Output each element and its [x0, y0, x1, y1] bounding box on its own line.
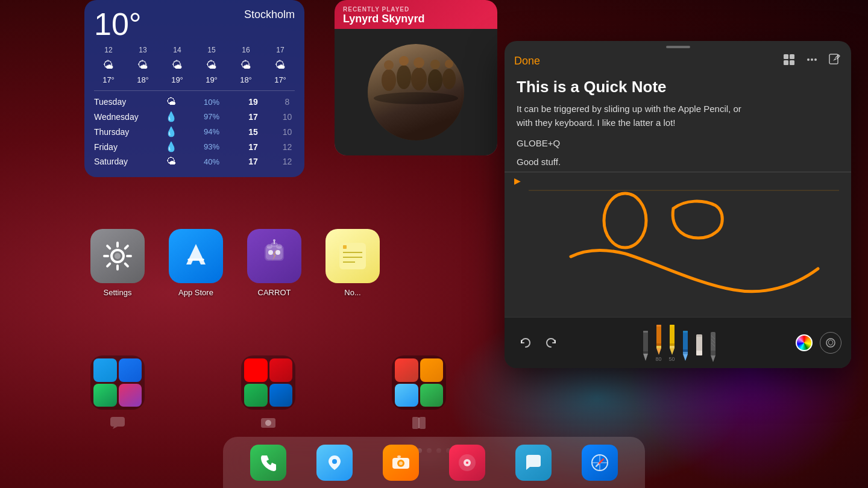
weather-icons-row: 🌤 🌤 🌤 🌤 🌤 🌤	[94, 59, 295, 72]
svg-point-4	[411, 67, 427, 90]
svg-rect-48	[790, 60, 794, 65]
appstore-icon-bg	[169, 229, 223, 283]
app-notes-label: No...	[344, 288, 360, 297]
quick-note-handle	[505, 41, 851, 53]
svg-rect-75	[696, 351, 702, 355]
svg-rect-55	[643, 331, 648, 354]
dock-safari[interactable]	[582, 445, 618, 481]
redo-button[interactable]	[541, 332, 562, 354]
carrot-robot-icon	[256, 238, 292, 274]
annotation-tool-button[interactable]	[820, 332, 841, 354]
app-settings-label: Settings	[104, 288, 132, 297]
music-album-art	[335, 29, 497, 155]
lasso-icon	[825, 337, 837, 349]
svg-point-17	[275, 250, 280, 255]
svg-rect-52	[829, 54, 838, 64]
dock-camera[interactable]	[383, 445, 419, 481]
eraser-tool[interactable]	[694, 330, 704, 362]
pencil-toolbar-right	[796, 332, 841, 354]
more-options-button[interactable]	[805, 53, 819, 69]
forecast-row-saturday: Saturday 🌤 40% 17 12	[94, 154, 295, 169]
app-notes[interactable]: No...	[326, 229, 380, 297]
svg-point-50	[811, 58, 813, 61]
svg-point-10	[374, 92, 458, 104]
eraser-icon	[694, 330, 704, 361]
texture-tool[interactable]	[709, 331, 717, 362]
folder-mini-3	[93, 384, 117, 407]
forecast-lo-fri: 12	[280, 142, 295, 152]
quick-note-drawing[interactable]: ▶	[505, 172, 851, 317]
svg-point-9	[445, 60, 453, 68]
weather-header: 10° Stockholm	[94, 8, 295, 40]
weather-temp-5: 18°	[231, 75, 260, 84]
dock-music[interactable]	[449, 445, 485, 481]
folder-social-label	[109, 413, 126, 433]
weather-temp-3: 19°	[163, 75, 192, 84]
forecast-hi-fri: 17	[246, 142, 261, 152]
folder-mini-r4	[420, 384, 444, 407]
done-button[interactable]: Done	[514, 55, 540, 67]
pen-tool-icon	[641, 330, 650, 361]
pencil-2-label: 80	[655, 356, 661, 362]
svg-point-7	[430, 60, 440, 69]
forecast-row-wednesday: Wednesday 💧 97% 17 10	[94, 109, 295, 124]
folder-social[interactable]	[90, 355, 145, 433]
pencil-tool-1[interactable]	[641, 330, 650, 362]
forecast-icon-wed: 💧	[165, 111, 178, 122]
svg-rect-64	[670, 325, 675, 346]
color-picker-button[interactable]	[796, 334, 813, 351]
folder-entertainment[interactable]	[241, 355, 295, 433]
pencil-tool-4[interactable]	[681, 330, 690, 362]
svg-rect-59	[656, 325, 661, 346]
forecast-day-tue: Tuesday	[94, 97, 145, 107]
weather-icon-1: 🌤	[94, 59, 123, 72]
forecast-hi-tue: 19	[246, 97, 261, 107]
svg-point-34	[332, 459, 337, 464]
grid-view-button[interactable]	[782, 53, 796, 69]
forecast-row-friday: Friday 💧 93% 17 12	[94, 139, 295, 154]
svg-point-2	[397, 65, 411, 89]
pencil-tool-2[interactable]: 80	[655, 324, 663, 362]
music-widget[interactable]: RECENTLY PLAYED Lynyrd Skynyrd	[335, 0, 497, 155]
forecast-pct-tue: 10%	[197, 98, 227, 107]
folder-reading[interactable]	[392, 355, 446, 433]
app-carrot[interactable]: CARROT	[247, 229, 301, 297]
svg-point-20	[276, 244, 282, 249]
pencil-tool-3[interactable]: 50	[668, 324, 676, 362]
svg-rect-58	[643, 331, 648, 333]
album-band-photo	[368, 44, 464, 140]
quick-note-good-stuff: Good stuff.	[517, 157, 839, 167]
music-artist: Lynyrd Skynyrd	[343, 13, 489, 25]
weather-icon-2: 🌤	[128, 59, 157, 72]
home-screen-apps: Settings App Store	[90, 229, 380, 297]
quick-note-shortcut: GLOBE+Q	[517, 138, 839, 148]
pencil-tool-icon	[668, 324, 676, 355]
pencil-tools: 80 50	[641, 324, 717, 362]
dock-phone[interactable]	[250, 445, 286, 481]
svg-point-8	[442, 69, 456, 89]
dock-messages[interactable]	[515, 445, 552, 481]
dock-maps[interactable]	[316, 445, 353, 481]
weather-temp-4: 19°	[197, 75, 226, 84]
svg-point-30	[265, 420, 271, 426]
new-note-button[interactable]	[828, 53, 841, 69]
drawing-svg	[505, 172, 851, 317]
folder-mini-r1	[395, 358, 418, 382]
maps-icon	[325, 453, 344, 472]
blue-pencil-icon	[681, 330, 690, 361]
svg-rect-76	[696, 334, 702, 337]
music-recently-played: RECENTLY PLAYED Lynyrd Skynyrd	[335, 0, 497, 29]
forecast-icon-tue: 🌤	[165, 96, 178, 107]
app-settings[interactable]: Settings	[90, 229, 145, 297]
app-appstore[interactable]: App Store	[169, 229, 223, 297]
svg-point-3	[399, 56, 409, 66]
camera-dock-icon	[391, 453, 410, 472]
grid-icon	[782, 53, 796, 66]
settings-icon-bg	[90, 229, 145, 283]
notes-lines-icon	[335, 238, 371, 274]
book-icon	[410, 414, 427, 431]
weather-widget: 10° Stockholm 12 13 14 15 16 17 🌤 🌤 🌤 🌤 …	[84, 0, 304, 177]
undo-button[interactable]	[514, 332, 536, 354]
ellipsis-icon	[805, 53, 819, 66]
folder-social-grid	[90, 355, 145, 410]
